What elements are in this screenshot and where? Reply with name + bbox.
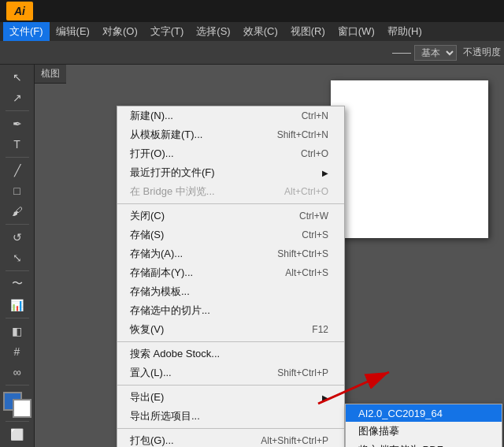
tool-divider-5 bbox=[6, 318, 29, 318]
sep-1 bbox=[117, 203, 344, 204]
menu-new-template[interactable]: 从模板新建(T)... Shift+Ctrl+N bbox=[117, 125, 344, 144]
menu-new[interactable]: 新建(N)... Ctrl+N bbox=[117, 106, 344, 125]
file-menu: 新建(N)... Ctrl+N 从模板新建(T)... Shift+Ctrl+N… bbox=[117, 106, 345, 447]
menu-help[interactable]: 帮助(H) bbox=[381, 22, 428, 41]
sep-3 bbox=[117, 385, 344, 386]
sep-4 bbox=[117, 428, 344, 429]
menu-view[interactable]: 视图(R) bbox=[284, 22, 332, 41]
mesh-tool[interactable]: # bbox=[3, 342, 32, 361]
tool-divider-2 bbox=[6, 157, 29, 158]
style-select[interactable]: 基本 bbox=[414, 45, 457, 61]
menu-save-copy[interactable]: 存储副本(Y)... Alt+Ctrl+S bbox=[117, 263, 344, 282]
tool-divider-7 bbox=[6, 421, 29, 422]
app-logo: Ai bbox=[6, 2, 33, 20]
menu-export[interactable]: 导出(E) ▶ bbox=[117, 388, 344, 407]
menu-export-selection[interactable]: 导出所选项目... bbox=[117, 407, 344, 426]
tool-divider-1 bbox=[6, 110, 29, 111]
brush-tool[interactable]: 🖌 bbox=[3, 202, 32, 221]
pen-tool[interactable]: ✒ bbox=[3, 114, 32, 133]
scale-tool[interactable]: ⤡ bbox=[3, 248, 32, 267]
menu-package[interactable]: 打包(G)... Alt+Shift+Ctrl+P bbox=[117, 431, 344, 447]
menu-effect[interactable]: 效果(C) bbox=[237, 22, 284, 41]
menu-bar: 文件(F) 编辑(E) 对象(O) 文字(T) 选择(S) 效果(C) 视图(R… bbox=[0, 22, 504, 41]
menu-recent[interactable]: 最近打开的文件(F) ▶ bbox=[117, 163, 344, 182]
menu-save[interactable]: 存储(S) Ctrl+S bbox=[117, 225, 344, 244]
color-swatch[interactable] bbox=[3, 392, 32, 418]
canvas-area: 梳图 新建(N)... Ctrl+N 从模板新建(T)... Shift+Ctr… bbox=[35, 65, 504, 447]
submenu-ai-cc[interactable]: AI2.0_CC2019_64 bbox=[346, 404, 502, 422]
tool-divider-6 bbox=[6, 385, 29, 386]
rotate-tool[interactable]: ↺ bbox=[3, 228, 32, 247]
menu-close[interactable]: 关闭(C) Ctrl+W bbox=[117, 207, 344, 225]
graph-tool[interactable]: 📊 bbox=[3, 295, 32, 314]
submenu-image-capture[interactable]: 图像描摹 bbox=[346, 422, 502, 441]
tool-divider-4 bbox=[6, 270, 29, 271]
dropdown-overlay: 新建(N)... Ctrl+N 从模板新建(T)... Shift+Ctrl+N… bbox=[35, 65, 504, 447]
line-tool[interactable]: ╱ bbox=[3, 161, 32, 180]
gradient-tool[interactable]: ◧ bbox=[3, 321, 32, 340]
menu-bridge: 在 Bridge 中浏览... Alt+Ctrl+O bbox=[117, 182, 344, 201]
submenu-save-pdf[interactable]: 将文档存储为 PDF bbox=[346, 441, 502, 447]
menu-edit[interactable]: 编辑(E) bbox=[50, 22, 96, 41]
menu-open[interactable]: 打开(O)... Ctrl+O bbox=[117, 144, 344, 163]
menu-select[interactable]: 选择(S) bbox=[190, 22, 236, 41]
background-color[interactable] bbox=[13, 399, 32, 418]
scripts-submenu: AI2.0_CC2019_64 图像描摹 将文档存储为 PDF 将文档存储为 S… bbox=[345, 404, 502, 447]
menu-save-selection[interactable]: 存储选中的切片... bbox=[117, 301, 344, 320]
left-toolbar: ↖ ↗ ✒ T ╱ □ 🖌 ↺ ⤡ 〜 📊 ◧ # ∞ ⬜ bbox=[0, 65, 35, 447]
title-bar: Ai bbox=[0, 0, 504, 22]
menu-place[interactable]: 置入(L)... Shift+Ctrl+P bbox=[117, 363, 344, 382]
warp-tool[interactable]: 〜 bbox=[3, 274, 32, 293]
menu-text[interactable]: 文字(T) bbox=[144, 22, 191, 41]
screen-mode[interactable]: ⬜ bbox=[3, 425, 32, 444]
menu-search-stock[interactable]: 搜索 Adobe Stock... bbox=[117, 345, 344, 363]
tool-divider-3 bbox=[6, 224, 29, 225]
blend-tool[interactable]: ∞ bbox=[3, 363, 32, 382]
direct-select-tool[interactable]: ↗ bbox=[3, 88, 32, 107]
opacity-label: 不透明度 bbox=[463, 46, 501, 59]
menu-revert[interactable]: 恢复(V) F12 bbox=[117, 320, 344, 339]
select-tool[interactable]: ↖ bbox=[3, 68, 32, 87]
main-area: ↖ ↗ ✒ T ╱ □ 🖌 ↺ ⤡ 〜 📊 ◧ # ∞ ⬜ 梳图 bbox=[0, 65, 504, 447]
menu-object[interactable]: 对象(O) bbox=[96, 22, 144, 41]
menu-file[interactable]: 文件(F) bbox=[3, 22, 50, 41]
type-tool[interactable]: T bbox=[3, 135, 32, 154]
rect-tool[interactable]: □ bbox=[3, 181, 32, 200]
toolbar-line: —— bbox=[392, 47, 411, 58]
menu-save-as[interactable]: 存储为(A)... Shift+Ctrl+S bbox=[117, 244, 344, 263]
menu-save-template[interactable]: 存储为模板... bbox=[117, 282, 344, 301]
main-toolbar: —— 基本 不透明度 bbox=[0, 41, 504, 65]
menu-window[interactable]: 窗口(W) bbox=[332, 22, 381, 41]
sep-2 bbox=[117, 341, 344, 342]
